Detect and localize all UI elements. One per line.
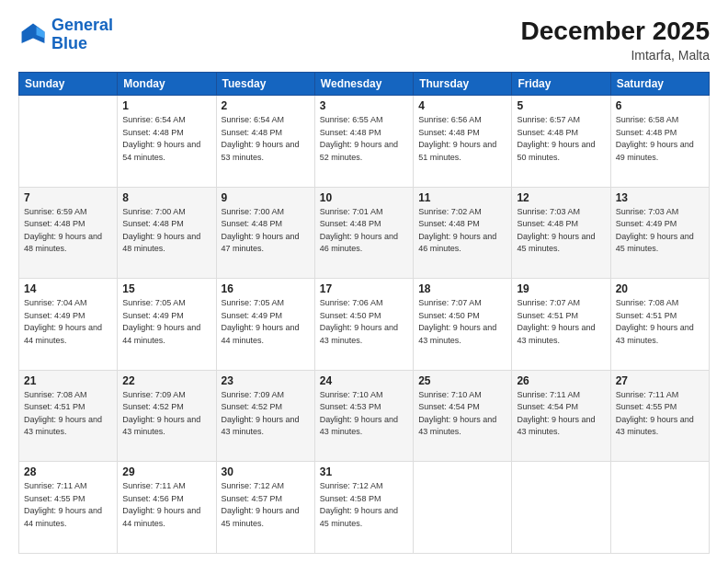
daylight-text: Daylight: 9 hours and (418, 322, 506, 335)
daylight-text-2: 43 minutes. (616, 335, 704, 348)
daylight-text: Daylight: 9 hours and (320, 505, 408, 518)
sunset-text: Sunset: 4:54 PM (517, 401, 605, 414)
day-info: Sunrise: 7:10 AMSunset: 4:54 PMDaylight:… (418, 389, 506, 439)
day-number: 12 (517, 191, 605, 204)
sunrise-text: Sunrise: 7:05 AM (222, 297, 310, 310)
day-number: 13 (616, 191, 704, 204)
daylight-text: Daylight: 9 hours and (517, 139, 605, 152)
day-info: Sunrise: 7:10 AMSunset: 4:53 PMDaylight:… (320, 389, 408, 439)
sunset-text: Sunset: 4:51 PM (24, 401, 112, 414)
daylight-text: Daylight: 9 hours and (122, 139, 210, 152)
daylight-text-2: 43 minutes. (418, 426, 506, 439)
day-number: 21 (24, 374, 112, 387)
sunrise-text: Sunrise: 6:57 AM (517, 114, 605, 127)
day-info: Sunrise: 7:05 AMSunset: 4:49 PMDaylight:… (222, 297, 310, 347)
day-info: Sunrise: 7:09 AMSunset: 4:52 PMDaylight:… (222, 389, 310, 439)
day-number: 29 (122, 465, 210, 478)
day-number: 25 (418, 374, 506, 387)
daylight-text-2: 44 minutes. (122, 335, 210, 348)
daylight-text-2: 53 minutes. (222, 152, 310, 165)
sunrise-text: Sunrise: 7:08 AM (24, 389, 112, 402)
table-row: 21Sunrise: 7:08 AMSunset: 4:51 PMDayligh… (19, 370, 118, 462)
calendar-table: Sunday Monday Tuesday Wednesday Thursday… (18, 72, 710, 554)
day-info: Sunrise: 7:11 AMSunset: 4:55 PMDaylight:… (616, 389, 704, 439)
sunset-text: Sunset: 4:48 PM (616, 127, 704, 140)
sunset-text: Sunset: 4:49 PM (24, 310, 112, 323)
day-info: Sunrise: 6:55 AMSunset: 4:48 PMDaylight:… (320, 114, 408, 164)
sunrise-text: Sunrise: 7:00 AM (122, 206, 210, 219)
daylight-text: Daylight: 9 hours and (517, 414, 605, 427)
sunset-text: Sunset: 4:48 PM (320, 218, 408, 231)
sunrise-text: Sunrise: 7:09 AM (222, 389, 310, 402)
day-number: 6 (616, 99, 704, 112)
table-row (610, 462, 709, 554)
table-row: 1Sunrise: 6:54 AMSunset: 4:48 PMDaylight… (118, 96, 216, 188)
daylight-text-2: 44 minutes. (222, 335, 310, 348)
sunset-text: Sunset: 4:55 PM (616, 401, 704, 414)
sunset-text: Sunset: 4:49 PM (122, 310, 210, 323)
daylight-text: Daylight: 9 hours and (222, 505, 310, 518)
table-row: 31Sunrise: 7:12 AMSunset: 4:58 PMDayligh… (314, 462, 413, 554)
day-number: 10 (320, 191, 408, 204)
daylight-text-2: 43 minutes. (320, 335, 408, 348)
sunrise-text: Sunrise: 7:06 AM (320, 297, 408, 310)
day-number: 28 (24, 465, 112, 478)
sunrise-text: Sunrise: 6:54 AM (122, 114, 210, 127)
daylight-text-2: 54 minutes. (122, 152, 210, 165)
table-row: 14Sunrise: 7:04 AMSunset: 4:49 PMDayligh… (19, 279, 118, 371)
daylight-text-2: 44 minutes. (122, 518, 210, 531)
sunset-text: Sunset: 4:52 PM (122, 401, 210, 414)
sunset-text: Sunset: 4:48 PM (222, 127, 310, 140)
day-info: Sunrise: 7:01 AMSunset: 4:48 PMDaylight:… (320, 206, 408, 256)
day-info: Sunrise: 7:00 AMSunset: 4:48 PMDaylight:… (122, 206, 210, 256)
table-row: 3Sunrise: 6:55 AMSunset: 4:48 PMDaylight… (314, 96, 413, 188)
daylight-text: Daylight: 9 hours and (616, 414, 704, 427)
calendar-week-row: 1Sunrise: 6:54 AMSunset: 4:48 PMDaylight… (19, 96, 710, 188)
daylight-text-2: 43 minutes. (517, 335, 605, 348)
calendar-header-row: Sunday Monday Tuesday Wednesday Thursday… (19, 73, 710, 96)
table-row: 28Sunrise: 7:11 AMSunset: 4:55 PMDayligh… (19, 462, 118, 554)
daylight-text-2: 45 minutes. (517, 243, 605, 256)
table-row (19, 96, 118, 188)
day-number: 1 (122, 99, 210, 112)
sunset-text: Sunset: 4:51 PM (616, 310, 704, 323)
daylight-text-2: 47 minutes. (222, 243, 310, 256)
daylight-text-2: 48 minutes. (24, 243, 112, 256)
table-row: 2Sunrise: 6:54 AMSunset: 4:48 PMDaylight… (216, 96, 314, 188)
daylight-text: Daylight: 9 hours and (616, 139, 704, 152)
daylight-text: Daylight: 9 hours and (222, 139, 310, 152)
sunrise-text: Sunrise: 7:07 AM (517, 297, 605, 310)
daylight-text: Daylight: 9 hours and (24, 414, 112, 427)
day-number: 20 (616, 282, 704, 295)
sunrise-text: Sunrise: 7:11 AM (24, 480, 112, 493)
sunset-text: Sunset: 4:48 PM (517, 127, 605, 140)
table-row: 7Sunrise: 6:59 AMSunset: 4:48 PMDaylight… (19, 187, 118, 279)
logo-line1: General (51, 16, 113, 34)
daylight-text-2: 45 minutes. (616, 243, 704, 256)
daylight-text-2: 43 minutes. (24, 426, 112, 439)
sunrise-text: Sunrise: 7:12 AM (320, 480, 408, 493)
daylight-text: Daylight: 9 hours and (517, 322, 605, 335)
day-info: Sunrise: 7:08 AMSunset: 4:51 PMDaylight:… (24, 389, 112, 439)
sunset-text: Sunset: 4:48 PM (418, 218, 506, 231)
day-info: Sunrise: 6:59 AMSunset: 4:48 PMDaylight:… (24, 206, 112, 256)
daylight-text: Daylight: 9 hours and (222, 414, 310, 427)
day-info: Sunrise: 7:07 AMSunset: 4:50 PMDaylight:… (418, 297, 506, 347)
sunset-text: Sunset: 4:48 PM (320, 127, 408, 140)
table-row: 11Sunrise: 7:02 AMSunset: 4:48 PMDayligh… (414, 187, 512, 279)
daylight-text: Daylight: 9 hours and (418, 231, 506, 244)
sunset-text: Sunset: 4:58 PM (320, 493, 408, 506)
sunrise-text: Sunrise: 6:59 AM (24, 206, 112, 219)
day-info: Sunrise: 7:03 AMSunset: 4:48 PMDaylight:… (517, 206, 605, 256)
daylight-text: Daylight: 9 hours and (418, 414, 506, 427)
day-info: Sunrise: 6:54 AMSunset: 4:48 PMDaylight:… (122, 114, 210, 164)
daylight-text: Daylight: 9 hours and (24, 322, 112, 335)
table-row: 10Sunrise: 7:01 AMSunset: 4:48 PMDayligh… (314, 187, 413, 279)
sunset-text: Sunset: 4:52 PM (222, 401, 310, 414)
header: General Blue December 2025 Imtarfa, Malt… (18, 17, 710, 63)
day-number: 23 (222, 374, 310, 387)
daylight-text: Daylight: 9 hours and (122, 505, 210, 518)
table-row (414, 462, 512, 554)
col-wednesday: Wednesday (314, 73, 413, 96)
daylight-text: Daylight: 9 hours and (122, 414, 210, 427)
